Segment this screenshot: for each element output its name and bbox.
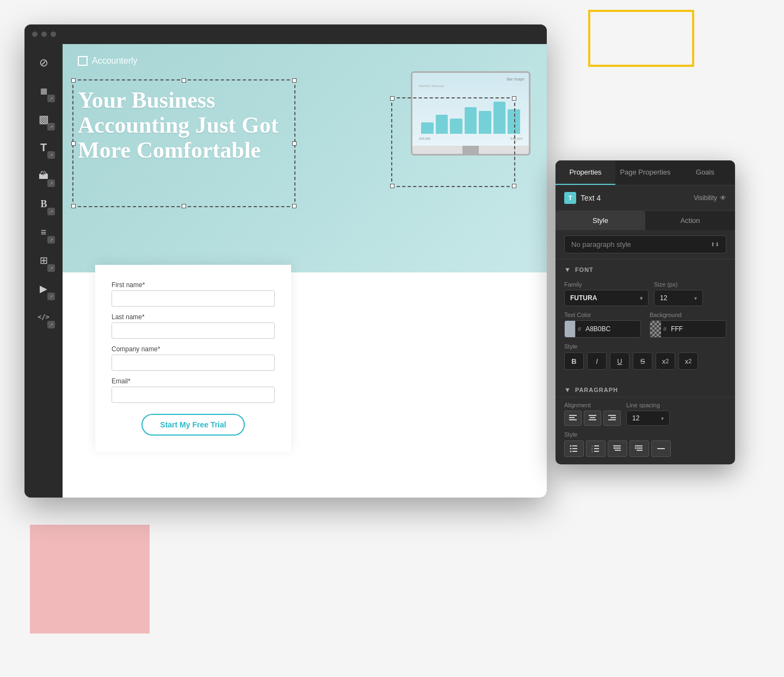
svg-rect-1 — [569, 417, 575, 418]
svg-rect-10 — [572, 445, 577, 446]
align-left-button[interactable] — [564, 411, 582, 426]
sidebar-icon-layout[interactable]: ▦ ↗ — [30, 78, 57, 104]
svg-text:3.: 3. — [591, 450, 593, 452]
sidebar-icon-logo[interactable]: ⊘ — [30, 49, 57, 76]
align-center-button[interactable] — [584, 411, 601, 426]
sidebar-icon-qr[interactable]: ▩ ↗ — [30, 106, 57, 132]
monitor-handle-br[interactable] — [512, 184, 516, 188]
properties-panel: Properties Page Properties Goals T Text … — [555, 160, 735, 464]
line-spacing-arrow: ▾ — [661, 415, 664, 421]
selection-handle-br[interactable] — [292, 204, 297, 208]
paragraph-chevron-icon[interactable]: ▼ — [564, 386, 571, 394]
sidebar-icon-list[interactable]: ≡ ↗ — [30, 219, 57, 245]
strikethrough-button[interactable]: S — [633, 352, 652, 370]
svg-rect-21 — [613, 445, 621, 446]
selection-handle-ml[interactable] — [71, 141, 76, 146]
svg-rect-20 — [594, 451, 599, 452]
unordered-list-button[interactable] — [564, 440, 584, 457]
sub-tab-style[interactable]: Style — [555, 211, 645, 230]
selection-handle-bl[interactable] — [71, 204, 76, 208]
font-family-arrow: ▾ — [640, 295, 643, 301]
form-section: First name* Last name* Company name* — [95, 265, 291, 452]
window-titlebar — [24, 24, 547, 44]
firstname-input[interactable] — [112, 290, 275, 307]
selection-handle-tm[interactable] — [182, 78, 186, 83]
underline-button[interactable]: U — [610, 352, 629, 370]
hero-section: Accounterly — [63, 44, 547, 272]
line-spacing-col: Line spacing 12 ▾ — [626, 402, 670, 426]
sidebar-icon-text[interactable]: T ↗ — [30, 134, 57, 160]
svg-rect-0 — [569, 415, 577, 416]
visibility-toggle[interactable]: Visibility 👁 — [694, 194, 726, 202]
tab-goals[interactable]: Goals — [675, 160, 735, 185]
text-color-col: Text Color # A8B0BC — [564, 312, 641, 338]
bg-label: Background — [650, 312, 726, 318]
email-input[interactable] — [112, 387, 275, 403]
text-color-input[interactable]: # A8B0BC — [564, 320, 641, 338]
tab-properties[interactable]: Properties — [555, 160, 615, 185]
panel-scroll-area[interactable]: No paragraph style ⬆⬇ ▼ FONT Family FUTU… — [555, 230, 735, 464]
canvas-area[interactable]: Accounterly — [63, 44, 547, 498]
alignment-label: Alignment — [564, 402, 621, 408]
window-dot-3 — [51, 32, 56, 37]
bg-color-swatch — [650, 321, 661, 337]
monitor-handle-tr[interactable] — [512, 96, 516, 101]
sidebar-icon-brand[interactable]: B ↗ — [30, 191, 57, 217]
sidebar-icon-image[interactable]: 🏔 ↗ — [30, 163, 57, 189]
monitor-handle-bl[interactable] — [390, 184, 394, 188]
alignment-row: Alignment — [564, 402, 726, 426]
website-preview: Accounterly — [63, 44, 547, 498]
divider-button[interactable] — [651, 440, 671, 457]
bg-color-input[interactable]: # FFF — [650, 320, 726, 338]
sub-tabs: Style Action — [555, 211, 735, 230]
hero-logo: Accounterly — [78, 56, 138, 66]
font-chevron-icon[interactable]: ▼ — [564, 266, 571, 274]
window-dot-2 — [41, 32, 47, 37]
form-field-email: Email* — [112, 377, 275, 403]
selection-handle-tl[interactable] — [71, 78, 76, 83]
text-color-label: Text Color — [564, 312, 641, 318]
svg-marker-28 — [635, 447, 637, 449]
tab-page-properties[interactable]: Page Properties — [615, 160, 675, 185]
subscript-button[interactable]: x2 — [678, 352, 698, 370]
ordered-list-button[interactable]: 1. 2. 3. — [586, 440, 606, 457]
monitor-selection-box — [391, 97, 515, 187]
svg-rect-3 — [589, 415, 596, 416]
panel-tabs: Properties Page Properties Goals — [555, 160, 735, 185]
text-selection-box[interactable] — [72, 79, 295, 207]
sub-tab-action[interactable]: Action — [645, 211, 735, 230]
paragraph-style-arrow: ⬆⬇ — [711, 241, 719, 247]
yellow-accent-rect — [588, 10, 694, 67]
font-family-select[interactable]: FUTURA ▾ — [564, 290, 649, 306]
selection-handle-mr[interactable] — [292, 141, 297, 146]
align-right-button[interactable] — [603, 411, 621, 426]
bold-button[interactable]: B — [564, 352, 584, 370]
form-field-company: Company name* — [112, 345, 275, 371]
lastname-label: Last name* — [112, 313, 275, 321]
monitor-handle-tl[interactable] — [390, 96, 394, 101]
trial-button[interactable]: Start My Free Trial — [141, 414, 244, 436]
indent-increase-button[interactable] — [629, 440, 649, 457]
indent-decrease-button[interactable] — [608, 440, 627, 457]
sidebar-icon-video[interactable]: ▶ ↗ — [30, 276, 57, 302]
font-size-col: Size (px) 12 ▾ — [654, 281, 703, 306]
font-size-select[interactable]: 12 ▾ — [654, 290, 703, 306]
text-color-hash: # — [576, 326, 583, 332]
italic-button[interactable]: I — [587, 352, 607, 370]
size-label: Size (px) — [654, 281, 703, 288]
sidebar-icon-table[interactable]: ⊞ ↗ — [30, 247, 57, 274]
editor-window: ⊘ ▦ ↗ ▩ ↗ T ↗ 🏔 — [24, 24, 547, 498]
svg-rect-8 — [608, 419, 616, 420]
paragraph-style-select[interactable]: No paragraph style ⬆⬇ — [564, 235, 726, 253]
paragraph-style-label: No paragraph style — [571, 240, 631, 249]
paragraph-style-buttons-label: Style — [564, 431, 726, 438]
company-input[interactable] — [112, 355, 275, 371]
superscript-button[interactable]: x2 — [656, 352, 675, 370]
sidebar-icon-code[interactable]: </> ↗ — [30, 304, 57, 330]
selection-handle-bm[interactable] — [182, 204, 186, 208]
visibility-label: Visibility — [694, 194, 717, 202]
line-spacing-select[interactable]: 12 ▾ — [626, 411, 670, 426]
line-spacing-label: Line spacing — [626, 402, 670, 408]
selection-handle-tr[interactable] — [292, 78, 297, 83]
lastname-input[interactable] — [112, 322, 275, 339]
